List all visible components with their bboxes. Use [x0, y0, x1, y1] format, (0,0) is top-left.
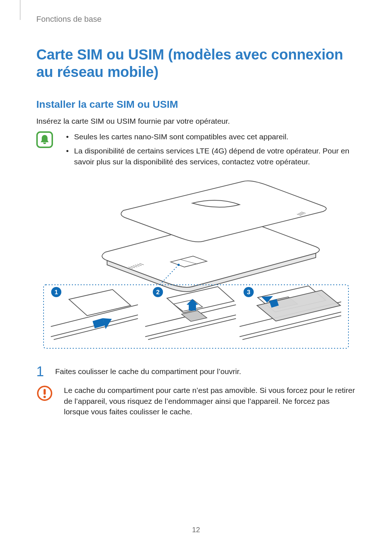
margin-rule — [20, 0, 20, 20]
page-number: 12 — [0, 526, 392, 534]
note-block: Seules les cartes nano-SIM sont compatib… — [36, 131, 356, 178]
step-1-figure — [47, 290, 142, 345]
step-badge-label: 1 — [54, 289, 58, 296]
step-3-figure — [240, 286, 345, 345]
step-text: Faites coulisser le cache du compartimen… — [55, 367, 241, 376]
note-item: La disponibilité de certains services LT… — [64, 145, 356, 167]
running-header: Fonctions de base — [36, 15, 356, 24]
device-perspective-figure — [102, 181, 326, 292]
document-page: Fonctions de base Carte SIM ou USIM (mod… — [0, 0, 392, 554]
step-badge-3: 3 — [244, 287, 254, 297]
note-item: Seules les cartes nano-SIM sont compatib… — [64, 131, 356, 142]
bell-note-icon — [36, 131, 53, 148]
step-badge-2: 2 — [153, 287, 163, 297]
page-title: Carte SIM ou USIM (modèles avec connexio… — [36, 46, 356, 81]
section-heading: Installer la carte SIM ou USIM — [36, 99, 356, 110]
step-badge-1: 1 — [51, 287, 61, 297]
intro-paragraph: Insérez la carte SIM ou USIM fournie par… — [36, 117, 356, 126]
note-list: Seules les cartes nano-SIM sont compatib… — [64, 131, 356, 171]
svg-point-22 — [44, 396, 46, 398]
step-badge-label: 3 — [247, 289, 250, 296]
device-illustration: 1 2 3 — [36, 178, 356, 350]
caution-block: Le cache du compartiment pour carte n’es… — [36, 385, 356, 417]
step-badge-label: 2 — [156, 289, 159, 296]
numbered-step: 1 Faites coulisser le cache du compartim… — [36, 365, 356, 378]
warning-icon — [36, 385, 53, 402]
caution-text: Le cache du compartiment pour carte n’es… — [64, 385, 356, 417]
step-number: 1 — [36, 365, 47, 378]
svg-rect-21 — [44, 389, 46, 395]
